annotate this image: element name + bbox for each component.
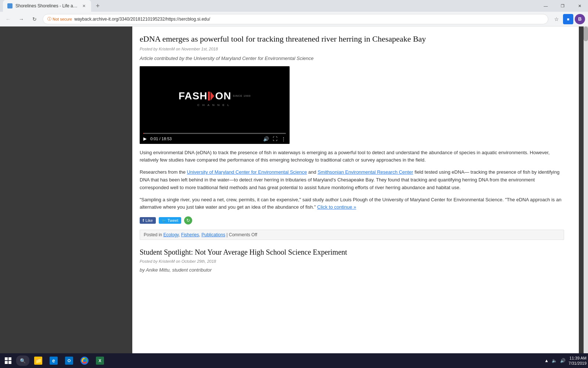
article-meta: Posted by KristenM on November 1st, 2018 — [140, 47, 564, 51]
video-screen: FASH ON SINCE 1980 CHANNEL — [140, 66, 290, 131]
extension-button[interactable]: ■ — [563, 14, 573, 24]
logo-cell-3 — [5, 361, 8, 364]
article-title: eDNA emerges as powerful tool for tracki… — [140, 34, 564, 45]
video-progress-fill — [143, 133, 144, 134]
sidebar-right — [579, 26, 588, 368]
search-icon: 🔍 — [20, 358, 26, 364]
article2-meta: Posted by KristenM on October 29th, 2018 — [140, 259, 564, 263]
article-contrib: Article contributed by the University of… — [140, 56, 564, 61]
continue-link[interactable]: Click to continue » — [317, 204, 356, 210]
start-button[interactable] — [1, 354, 15, 367]
umd-link[interactable]: University of Maryland Center for Enviro… — [187, 169, 307, 175]
forward-button[interactable]: → — [16, 14, 26, 24]
scrollbar-thumb[interactable] — [584, 26, 588, 41]
logo-cell-1 — [5, 357, 8, 360]
video-progress-bar[interactable] — [143, 133, 286, 134]
logo-cell-2 — [8, 357, 11, 360]
taskbar-app-excel[interactable]: X — [93, 354, 107, 367]
new-tab-button[interactable]: + — [93, 1, 103, 11]
video-player[interactable]: FASH ON SINCE 1980 CHANNEL — [140, 66, 290, 144]
outlook-icon: O — [65, 357, 73, 365]
taskbar-clock[interactable]: 11:39 AM 7/31/2019 — [569, 355, 587, 366]
maximize-button[interactable]: ❐ — [554, 0, 571, 12]
taskbar-app-chrome[interactable] — [78, 354, 91, 367]
taskbar-search[interactable]: 🔍 — [16, 355, 29, 366]
window-controls: — ❐ ✕ — [537, 0, 588, 12]
social-buttons: Like Tweet ↻ — [140, 216, 564, 224]
browser-window: Shorelines Shorelines - Life and ... ✕ +… — [0, 0, 588, 26]
video-controls: ▶ 0:01 / 18:53 🔊 ⛶ ⋮ — [140, 131, 290, 144]
profile-button[interactable]: B — [575, 14, 585, 24]
tab-close-button[interactable]: ✕ — [81, 3, 87, 9]
tab-title: Shorelines Shorelines - Life and ... — [15, 3, 78, 8]
fullscreen-button[interactable]: ⛶ — [273, 136, 277, 142]
tab-favicon — [7, 3, 12, 8]
tweet-button[interactable]: Tweet — [159, 217, 181, 224]
taskbar-app-outlook[interactable]: O — [62, 354, 76, 367]
active-tab[interactable]: Shorelines Shorelines - Life and ... ✕ — [3, 0, 91, 12]
close-button[interactable]: ✕ — [571, 0, 588, 12]
fashion-channel-sub: CHANNEL — [179, 103, 251, 107]
windows-logo — [5, 357, 11, 364]
article-body-2: Researchers from the University of Maryl… — [140, 169, 564, 191]
fashion-since: SINCE 1980 — [233, 95, 251, 97]
article-2: Student Spotlight: Not Your Average High… — [140, 247, 564, 273]
facebook-like-button[interactable]: Like — [140, 217, 156, 224]
category-fisheries[interactable]: Fisheries — [181, 232, 199, 237]
chrome-icon — [80, 357, 89, 365]
address-bar[interactable]: ⓘ Not secure wayback.archive-it.org/3340… — [43, 14, 548, 24]
category-publications[interactable]: Publications — [201, 232, 225, 237]
article-body-1: Using environmental DNA (eDNA) to track … — [140, 149, 564, 164]
volume-button[interactable]: 🔊 — [263, 136, 269, 142]
back-button[interactable]: ← — [3, 14, 13, 24]
edge-icon: e — [50, 357, 58, 365]
excel-icon: X — [96, 357, 104, 365]
taskbar-app-edge[interactable]: e — [47, 354, 60, 367]
page-content: eDNA emerges as powerful tool for tracki… — [0, 26, 588, 368]
article-1: eDNA emerges as powerful tool for tracki… — [140, 34, 564, 240]
category-ecology[interactable]: Ecology — [163, 232, 179, 237]
bookmark-button[interactable]: ☆ — [551, 14, 562, 24]
minimize-button[interactable]: — — [537, 0, 554, 12]
serc-link[interactable]: Smithsonian Environmental Research Cente… — [318, 169, 413, 175]
main-content: eDNA emerges as powerful tool for tracki… — [132, 26, 579, 368]
taskbar-tray: ▲ 🔈 🔊 — [544, 358, 569, 363]
info-icon: ⓘ — [47, 16, 51, 22]
video-controls-row: ▶ 0:01 / 18:53 🔊 ⛶ ⋮ — [143, 136, 286, 142]
sidebar-left — [0, 26, 132, 368]
security-indicator: ⓘ Not secure — [47, 16, 72, 22]
file-explorer-icon: 📁 — [34, 357, 42, 365]
taskbar: 🔍 📁 e O X ▲ 🔈 🔊 11:39 AM 7/31/2019 — [0, 353, 588, 368]
network-icon[interactable]: ▲ — [544, 358, 549, 363]
speaker-icon[interactable]: 🔊 — [560, 358, 566, 363]
refresh-button[interactable]: ↻ — [29, 14, 40, 24]
video-logo-text: FASH ON SINCE 1980 — [179, 90, 251, 102]
tab-bar: Shorelines Shorelines - Life and ... ✕ +… — [0, 0, 588, 12]
article2-by: by Anike Mittu, student contributor — [140, 267, 564, 273]
share-button[interactable]: ↻ — [184, 216, 192, 224]
scrollbar-track[interactable] — [584, 26, 588, 368]
more-options-button[interactable]: ⋮ — [281, 136, 286, 142]
taskbar-app-file-explorer[interactable]: 📁 — [32, 354, 45, 367]
url-text: wayback.archive-it.org/3340/201812101952… — [74, 17, 210, 22]
article-quote: "Sampling a single river, you need a net… — [140, 196, 564, 212]
play-button[interactable]: ▶ — [143, 136, 147, 141]
address-bar-row: ← → ↻ ⓘ Not secure wayback.archive-it.or… — [0, 12, 588, 26]
volume-icon[interactable]: 🔈 — [552, 358, 557, 363]
video-time: 0:01 / 18:53 — [150, 137, 172, 141]
address-bar-actions: ☆ ■ B — [551, 14, 585, 24]
video-logo: FASH ON SINCE 1980 CHANNEL — [179, 90, 251, 107]
logo-cell-4 — [8, 361, 11, 364]
posted-in-bar: Posted in Ecology, Fisheries, Publicatio… — [140, 230, 564, 240]
article2-title: Student Spotlight: Not Your Average High… — [140, 247, 564, 257]
